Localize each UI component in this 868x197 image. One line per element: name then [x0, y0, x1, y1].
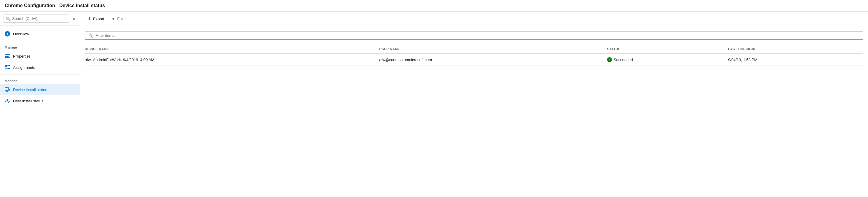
- monitor-divider: [0, 74, 80, 75]
- page-title: Chrome Configuration - Device install st…: [0, 0, 868, 11]
- sidebar-search-area: 🔍 «: [0, 11, 80, 26]
- table-header-row: DEVICE NAME USER NAME STATUS LAST CHECK-…: [85, 45, 863, 53]
- export-label: Export: [93, 17, 104, 21]
- filter-button[interactable]: ▼ Filter: [108, 15, 129, 23]
- cell-device-name: afw_AndroidForWork_9/4/2019_4:00 AM: [85, 53, 379, 66]
- manage-section-label: Manage: [0, 42, 80, 51]
- filter-search-icon: 🔍: [88, 33, 93, 38]
- search-wrapper: 🔍: [4, 15, 69, 23]
- data-table: DEVICE NAME USER NAME STATUS LAST CHECK-…: [85, 45, 863, 66]
- sidebar-item-user-install-status[interactable]: User install status: [0, 95, 80, 107]
- assignments-icon: [5, 65, 10, 70]
- filter-bar: 🔍: [85, 31, 863, 40]
- filter-input[interactable]: [95, 33, 860, 38]
- collapse-button[interactable]: «: [71, 16, 76, 22]
- sidebar-item-properties-label: Properties: [13, 54, 31, 58]
- sidebar-navigation: i Overview Manage Properties: [0, 26, 80, 197]
- monitor-section-label: Monitor: [0, 76, 80, 84]
- filter-icon: ▼: [112, 16, 116, 21]
- sidebar-item-overview-label: Overview: [13, 32, 29, 36]
- svg-point-8: [6, 99, 8, 101]
- manage-divider: [0, 40, 80, 41]
- svg-rect-1: [7, 65, 10, 66]
- filter-label: Filter: [117, 17, 126, 21]
- cell-status: Succeeded: [607, 53, 728, 66]
- search-input[interactable]: [4, 15, 69, 23]
- main-content: ⬇ Export ▼ Filter 🔍 DEVICE NAME USER NAM…: [80, 11, 868, 197]
- svg-rect-4: [7, 68, 10, 69]
- cell-last-check-in: 9/04/19, 1:53 PM: [728, 53, 863, 66]
- toolbar: ⬇ Export ▼ Filter: [80, 11, 868, 26]
- export-button[interactable]: ⬇ Export: [85, 15, 107, 23]
- sidebar-item-assignments[interactable]: Assignments: [0, 62, 80, 73]
- table-row: afw_AndroidForWork_9/4/2019_4:00 AM afw@…: [85, 53, 863, 66]
- status-text: Succeeded: [614, 58, 633, 62]
- info-icon: i: [5, 31, 10, 36]
- sidebar-item-device-install-status[interactable]: Device install status: [0, 84, 80, 95]
- sidebar-item-properties[interactable]: Properties: [0, 51, 80, 62]
- content-area: 🔍 DEVICE NAME USER NAME STATUS LAST CHEC…: [80, 26, 868, 197]
- sidebar-item-overview[interactable]: i Overview: [0, 28, 80, 39]
- col-last-check-in: LAST CHECK-IN: [728, 45, 863, 53]
- sidebar-item-user-install-status-label: User install status: [13, 99, 43, 103]
- col-device-name: DEVICE NAME: [85, 45, 379, 53]
- properties-icon: [5, 53, 10, 59]
- col-status: STATUS: [607, 45, 728, 53]
- cell-user-name: afw@contoso.onmicrosoft.com: [379, 53, 607, 66]
- user-install-icon: [5, 98, 10, 104]
- sidebar-item-device-install-status-label: Device install status: [13, 87, 47, 92]
- svg-rect-0: [5, 65, 7, 67]
- success-icon: [607, 57, 612, 62]
- sidebar: 🔍 « i Overview Manage: [0, 11, 80, 197]
- svg-rect-2: [7, 67, 9, 67]
- svg-rect-5: [5, 87, 9, 90]
- svg-rect-3: [5, 68, 7, 69]
- search-icon: 🔍: [6, 16, 11, 21]
- export-icon: ⬇: [88, 16, 91, 21]
- status-cell: Succeeded: [607, 57, 723, 62]
- device-install-icon: [5, 87, 10, 92]
- col-user-name: USER NAME: [379, 45, 607, 53]
- sidebar-item-assignments-label: Assignments: [13, 65, 35, 70]
